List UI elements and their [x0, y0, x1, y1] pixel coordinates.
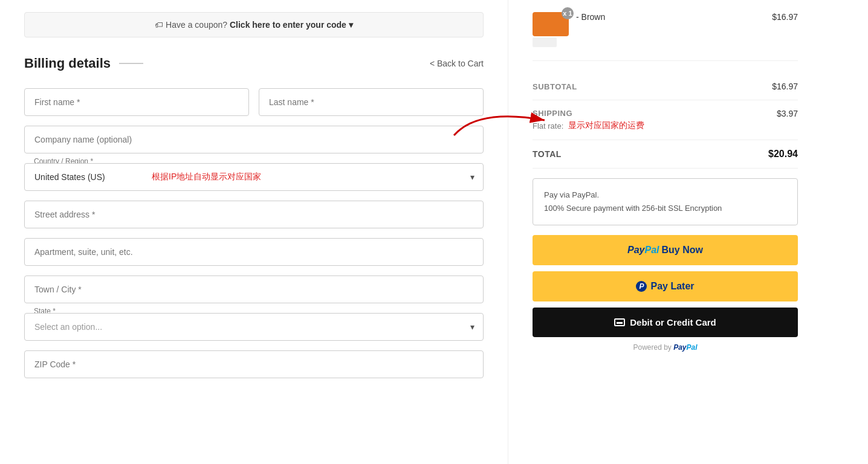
paypal-p-icon: P [636, 281, 647, 292]
total-row: TOTAL $20.94 [533, 140, 798, 169]
chevron-down-icon: ▾ [349, 20, 353, 30]
title-divider [119, 63, 143, 64]
debit-label: Debit or Credit Card [630, 317, 716, 327]
product-price: $16.97 [772, 12, 798, 22]
billing-title: Billing details [24, 56, 143, 71]
street-field [24, 201, 484, 228]
product-qty-badge: x 1 [562, 7, 574, 19]
red-arrow-icon [448, 102, 557, 138]
credit-card-icon [614, 318, 625, 326]
zip-field [24, 350, 484, 378]
debit-credit-button[interactable]: Debit or Credit Card [533, 308, 798, 337]
pay-later-label: Pay Later [650, 281, 694, 292]
product-row: x 1 - Brown $16.97 [533, 12, 798, 61]
country-select[interactable]: United States (US) [25, 164, 483, 190]
city-field [24, 276, 484, 303]
first-name-field [24, 88, 249, 116]
apartment-field [24, 238, 484, 266]
coupon-text: Have a coupon? [166, 20, 227, 30]
country-field: Country / Region * United States (US) ▾ … [24, 163, 484, 191]
paypal-info-line2: 100% Secure payment with 256-bit SSL Enc… [544, 202, 786, 215]
apartment-input[interactable] [24, 238, 484, 266]
subtotal-row: SUBTOTAL $16.97 [533, 73, 798, 100]
paypal-info-line1: Pay via PayPal. [544, 188, 786, 202]
first-name-input[interactable] [24, 88, 249, 116]
zip-input[interactable] [24, 350, 484, 378]
back-to-cart-link[interactable]: < Back to Cart [430, 59, 484, 68]
total-label: TOTAL [533, 149, 562, 159]
state-select[interactable]: Select an option... [25, 314, 483, 340]
paypal-info-box: Pay via PayPal. 100% Secure payment with… [533, 178, 798, 225]
product-image: x 1 [533, 12, 569, 48]
shipping-row: SHIPPING Flat rate: 显示对应国家的运费 [533, 100, 798, 140]
total-value: $20.94 [768, 149, 798, 160]
powered-by-paypal: Powered by PayPal [533, 343, 798, 352]
paypal-pay-later-button[interactable]: P Pay Later [533, 271, 798, 301]
shipping-annotation: 显示对应国家的运费 [568, 120, 644, 131]
buy-now-label: Buy Now [662, 245, 703, 256]
tag-icon: 🏷 [155, 20, 163, 30]
coupon-banner[interactable]: 🏷 Have a coupon? Click here to enter you… [24, 12, 484, 37]
street-input[interactable] [24, 201, 484, 228]
paypal-logo-blue: PayPal [627, 245, 659, 256]
coupon-link[interactable]: Click here to enter your code ▾ [230, 20, 353, 30]
state-field: State * Select an option... ▾ [24, 313, 484, 341]
company-field [24, 126, 484, 153]
city-input[interactable] [24, 276, 484, 303]
subtotal-value: $16.97 [772, 82, 798, 91]
shipping-value: $3.97 [777, 109, 798, 118]
paypal-buy-now-button[interactable]: PayPal Buy Now [533, 235, 798, 265]
product-color: - Brown [576, 12, 605, 22]
subtotal-label: SUBTOTAL [533, 82, 577, 91]
company-input[interactable] [24, 126, 484, 153]
product-info: x 1 - Brown [533, 12, 605, 48]
